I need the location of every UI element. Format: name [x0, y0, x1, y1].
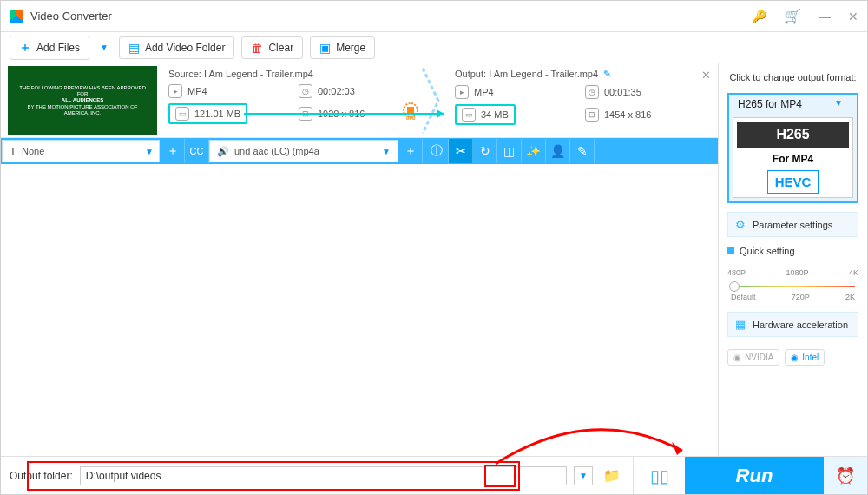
h265-badge: H265: [737, 122, 849, 148]
info-button[interactable]: ⓘ: [424, 139, 449, 163]
title-bar: Video Converter 🔑 🛒 — ✕: [1, 1, 867, 32]
add-files-label: Add Files: [36, 42, 80, 54]
file-item-row: THE FOLLOWING PREVIEW HAS BEEN APPROVED …: [1, 63, 718, 138]
add-subtitle-button[interactable]: ＋: [161, 139, 185, 163]
audio-select[interactable]: 🔊 und aac (LC) (mp4a ▼: [209, 140, 398, 162]
crop-button[interactable]: ◫: [497, 139, 522, 163]
remove-item-button[interactable]: ✕: [701, 69, 711, 82]
clear-label: Clear: [268, 42, 293, 54]
output-filename: I Am Legend - Trailer.mp4: [489, 69, 598, 79]
schedule-button[interactable]: ⏰: [824, 457, 867, 495]
source-size: 121.01 MB: [194, 109, 240, 119]
rotate-button[interactable]: ↻: [473, 139, 497, 163]
plus-icon: ＋: [19, 40, 31, 56]
gpu-badge-icon: GPU: [400, 100, 421, 121]
toolbar: ＋ Add Files ▼ ▤ Add Video Folder 🗑 Clear…: [1, 32, 867, 63]
watermark-button[interactable]: 👤: [546, 139, 570, 163]
audio-value: und aac (LC) (mp4a: [234, 146, 319, 156]
hevc-badge: HEVC: [767, 170, 819, 194]
video-thumbnail[interactable]: THE FOLLOWING PREVIEW HAS BEEN APPROVED …: [8, 66, 157, 135]
quick-setting-label: Quick setting: [727, 246, 858, 256]
slider-thumb[interactable]: [729, 281, 740, 292]
hardware-accel-button[interactable]: ▦ Hardware acceleration: [727, 312, 858, 337]
merge-icon: ▣: [319, 41, 331, 55]
clear-button[interactable]: 🗑 Clear: [241, 36, 303, 59]
quality-slider[interactable]: 480P1080P4K Default720P2K: [727, 268, 858, 303]
source-info: Source: I Am Legend - Trailer.mp4 ▸MP4 ◷…: [160, 63, 420, 137]
trim-button[interactable]: ✂: [449, 139, 473, 163]
cc-button[interactable]: CC: [185, 139, 209, 163]
sliders-icon: ⚙: [735, 218, 746, 231]
cart-icon[interactable]: 🛒: [784, 8, 801, 24]
key-icon[interactable]: 🔑: [752, 10, 766, 23]
highlight-arrow: [244, 113, 444, 115]
dimension-icon: ⊡: [585, 108, 599, 122]
svg-text:GPU: GPU: [406, 116, 416, 121]
folder-icon: ▭: [462, 108, 476, 122]
add-files-button[interactable]: ＋ Add Files: [10, 36, 89, 60]
add-audio-button[interactable]: ＋: [398, 139, 423, 163]
app-logo-icon: [10, 10, 23, 23]
output-resolution: 1454 x 816: [604, 109, 651, 120]
nvidia-badge: ◉ NVIDIA: [727, 349, 779, 366]
trash-icon: 🗑: [251, 41, 263, 55]
queue-button[interactable]: ▯▯: [633, 457, 685, 495]
add-folder-label: Add Video Folder: [145, 42, 226, 54]
add-files-dropdown[interactable]: ▼: [96, 43, 112, 52]
tools-row: T None ▼ ＋ CC 🔊 und aac (LC) (mp4a ▼ ＋ ⓘ…: [1, 138, 718, 164]
speaker-icon: 🔊: [217, 146, 229, 157]
side-panel: Click to change output format: H265 for …: [718, 63, 867, 472]
chevron-down-icon[interactable]: ▼: [834, 98, 843, 108]
minimize-button[interactable]: —: [819, 10, 831, 23]
arrow-separator: [420, 63, 446, 137]
format-hint: Click to change output format:: [727, 72, 858, 82]
intel-badge: ◉ Intel: [785, 349, 825, 366]
run-button[interactable]: Run: [685, 457, 824, 495]
chevron-down-icon: ▼: [140, 147, 159, 156]
chevron-down-icon: ▼: [382, 147, 391, 156]
output-format: MP4: [474, 87, 494, 97]
output-folder-label: Output folder:: [10, 470, 73, 482]
parameter-settings-button[interactable]: ⚙ Parameter settings: [727, 212, 858, 237]
subtitle-value: None: [22, 146, 44, 156]
format-icon: ▸: [455, 85, 469, 99]
clock-icon: ◷: [585, 85, 599, 99]
merge-label: Merge: [336, 42, 365, 54]
chip-icon: ▦: [735, 318, 746, 331]
output-size: 34 MB: [481, 109, 509, 120]
output-duration: 00:01:35: [604, 87, 641, 97]
for-mp4-label: For MP4: [737, 148, 849, 170]
folder-icon: ▤: [128, 41, 140, 55]
folder-icon: ▭: [175, 107, 189, 121]
output-info: Output: I Am Legend - Trailer.mp4✎ ▸MP4 …: [446, 63, 707, 137]
format-title: H265 for MP4: [727, 93, 802, 110]
window-title: Video Converter: [30, 10, 112, 23]
source-filename: I Am Legend - Trailer.mp4: [204, 69, 313, 79]
browse-folder-button[interactable]: 📁: [600, 464, 624, 488]
bottom-bar: Output folder: ▼ 📁 ▯▯ Run ⏰: [1, 456, 867, 494]
edit-button[interactable]: ✎: [570, 139, 595, 163]
source-duration: 00:02:03: [318, 86, 355, 96]
merge-button[interactable]: ▣ Merge: [310, 36, 375, 59]
output-folder-dropdown[interactable]: ▼: [574, 466, 593, 485]
add-folder-button[interactable]: ▤ Add Video Folder: [119, 36, 235, 59]
format-icon: ▸: [168, 84, 182, 98]
output-folder-input[interactable]: [80, 466, 567, 485]
effects-button[interactable]: ✨: [522, 139, 546, 163]
edit-icon[interactable]: ✎: [603, 69, 611, 79]
close-button[interactable]: ✕: [848, 10, 858, 23]
source-format: MP4: [187, 86, 207, 96]
clock-icon: ◷: [299, 84, 312, 98]
subtitle-select[interactable]: T None ▼: [2, 140, 160, 162]
